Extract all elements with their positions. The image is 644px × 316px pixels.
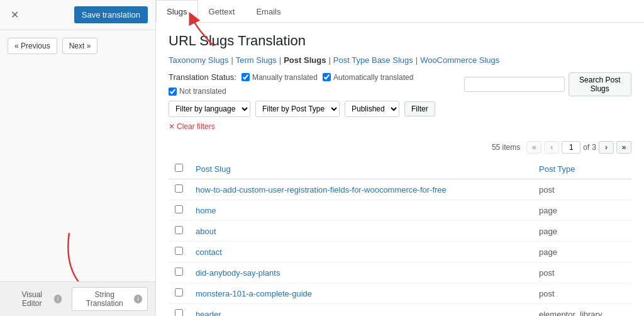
- automatically-translated-checkbox[interactable]: [323, 73, 331, 81]
- table-row: how-to-add-custom-user-registration-fiel…: [169, 179, 631, 200]
- filter-by-status-select[interactable]: Published: [345, 101, 399, 117]
- string-translation-info-icon: i: [134, 295, 142, 303]
- sub-nav-woocommerce-slugs[interactable]: WooCommerce Slugs: [420, 55, 499, 65]
- pagination-first-button[interactable]: «: [526, 141, 541, 154]
- sub-nav-taxonomy-slugs[interactable]: Taxonomy Slugs: [169, 55, 228, 65]
- main-content: URL Slugs Translation Taxonomy Slugs | T…: [156, 23, 644, 316]
- sub-nav-sep-4: |: [416, 55, 418, 65]
- sub-nav-sep-2: |: [279, 55, 281, 65]
- filter-button[interactable]: Filter: [404, 101, 435, 116]
- visual-editor-info-icon: i: [54, 295, 62, 303]
- row-slug-cell: about: [189, 221, 533, 242]
- search-input[interactable]: [464, 77, 565, 92]
- slug-link-3[interactable]: contact: [196, 247, 222, 257]
- row-checkbox-5[interactable]: [175, 288, 183, 296]
- not-translated-filter[interactable]: Not translated: [169, 87, 226, 96]
- sub-nav-post-slugs[interactable]: Post Slugs: [284, 55, 326, 65]
- row-slug-cell: home: [189, 200, 533, 221]
- table-row: monstera-101-a-complete-guide post: [169, 283, 631, 304]
- right-panel: Slugs Gettext Emails URL Slugs Translati…: [156, 0, 644, 316]
- string-translation-tab[interactable]: String Translation i: [72, 287, 148, 311]
- row-post-type-cell: post: [533, 262, 631, 283]
- row-post-type-cell: page: [533, 221, 631, 242]
- row-checkbox-6[interactable]: [175, 309, 183, 316]
- tab-emails[interactable]: Emails: [245, 0, 291, 23]
- visual-editor-label: Visual Editor: [13, 290, 52, 308]
- row-checkbox-cell: [169, 200, 189, 221]
- table-row: about page: [169, 221, 631, 242]
- string-translation-label: String Translation: [77, 290, 131, 308]
- row-slug-cell: contact: [189, 242, 533, 262]
- row-checkbox-2[interactable]: [175, 226, 183, 234]
- row-checkbox-0[interactable]: [175, 184, 183, 193]
- slug-link-5[interactable]: monstera-101-a-complete-guide: [196, 289, 312, 298]
- row-checkbox-cell: [169, 283, 189, 304]
- tab-slugs[interactable]: Slugs: [156, 0, 198, 23]
- next-button[interactable]: Next »: [62, 38, 98, 54]
- row-post-type-cell: page: [533, 242, 631, 262]
- table-row: did-anybody-say-plants post: [169, 262, 631, 283]
- row-checkbox-cell: [169, 304, 189, 317]
- filter-by-post-type-select[interactable]: Filter by Post Type: [255, 101, 340, 117]
- table-row: header elementor_library: [169, 304, 631, 317]
- row-post-type-cell: elementor_library: [533, 304, 631, 317]
- slug-link-0[interactable]: how-to-add-custom-user-registration-fiel…: [196, 185, 447, 195]
- left-panel-bottom: Visual Editor i String Translation i: [0, 281, 155, 316]
- slug-link-2[interactable]: about: [196, 227, 216, 236]
- table-header-post-type: Post Type: [533, 159, 631, 179]
- manually-translated-filter[interactable]: Manually translated: [242, 73, 318, 82]
- row-slug-cell: how-to-add-custom-user-registration-fiel…: [189, 179, 533, 200]
- row-post-type-cell: post: [533, 179, 631, 200]
- left-panel: ✕ Save translation « Previous Next » Vis…: [0, 0, 156, 316]
- sub-nav-sep-1: |: [231, 55, 233, 65]
- select-all-checkbox[interactable]: [175, 164, 183, 172]
- not-translated-checkbox[interactable]: [169, 87, 177, 96]
- visual-editor-tab[interactable]: Visual Editor i: [8, 288, 67, 310]
- row-checkbox-cell: [169, 242, 189, 262]
- left-nav: « Previous Next »: [0, 30, 155, 62]
- row-slug-cell: monstera-101-a-complete-guide: [189, 283, 533, 304]
- pagination-total-pages: 3: [592, 143, 596, 152]
- row-checkbox-4[interactable]: [175, 268, 183, 276]
- row-checkbox-cell: [169, 179, 189, 200]
- slug-link-1[interactable]: home: [196, 206, 216, 215]
- search-post-slugs-button[interactable]: Search Post Slugs: [569, 72, 631, 96]
- tabs-bar: Slugs Gettext Emails: [156, 0, 644, 23]
- translation-status-row: Translation Status: Manually translated …: [169, 72, 464, 96]
- search-row: Search Post Slugs: [464, 72, 631, 96]
- row-post-type-cell: page: [533, 200, 631, 221]
- manually-translated-checkbox[interactable]: [242, 73, 250, 81]
- pagination-next-button[interactable]: ›: [599, 141, 614, 154]
- translation-status-label: Translation Status:: [169, 72, 236, 82]
- row-checkbox-1[interactable]: [175, 205, 183, 213]
- prev-button[interactable]: « Previous: [8, 38, 57, 54]
- table-header-post-slug: Post Slug: [189, 159, 533, 179]
- dropdown-filters-row: Filter by language Filter by Post Type P…: [169, 101, 464, 131]
- clear-icon: ✕: [169, 122, 175, 131]
- row-checkbox-3[interactable]: [175, 247, 183, 255]
- sub-nav-sep-3: |: [328, 55, 330, 65]
- automatically-translated-filter[interactable]: Automatically translated: [323, 73, 413, 82]
- pagination-last-button[interactable]: »: [616, 141, 631, 154]
- pagination-of: of: [583, 143, 589, 152]
- pagination-prev-button[interactable]: ‹: [544, 141, 559, 154]
- page-title: URL Slugs Translation: [169, 33, 631, 49]
- slugs-table: Post Slug Post Type how-to-add-custom-us…: [169, 159, 631, 316]
- row-post-type-cell: post: [533, 283, 631, 304]
- tab-gettext[interactable]: Gettext: [198, 0, 246, 23]
- left-panel-top: ✕ Save translation: [0, 0, 155, 30]
- row-checkbox-cell: [169, 221, 189, 242]
- pagination-row: 55 items « ‹ of 3 › »: [169, 141, 631, 154]
- close-button[interactable]: ✕: [8, 8, 22, 22]
- slug-link-6[interactable]: header: [196, 310, 221, 317]
- clear-filters-label: Clear filters: [177, 122, 215, 131]
- pagination-page-input[interactable]: [562, 141, 580, 154]
- filter-by-language-select[interactable]: Filter by language: [169, 101, 250, 117]
- row-slug-cell: header: [189, 304, 533, 317]
- table-header-checkbox: [169, 159, 189, 179]
- sub-nav-post-type-base-slugs[interactable]: Post Type Base Slugs: [333, 55, 413, 65]
- clear-filters-button[interactable]: ✕ Clear filters: [169, 122, 215, 131]
- save-translation-button[interactable]: Save translation: [74, 6, 148, 23]
- slug-link-4[interactable]: did-anybody-say-plants: [196, 268, 280, 278]
- sub-nav-term-slugs[interactable]: Term Slugs: [236, 55, 277, 65]
